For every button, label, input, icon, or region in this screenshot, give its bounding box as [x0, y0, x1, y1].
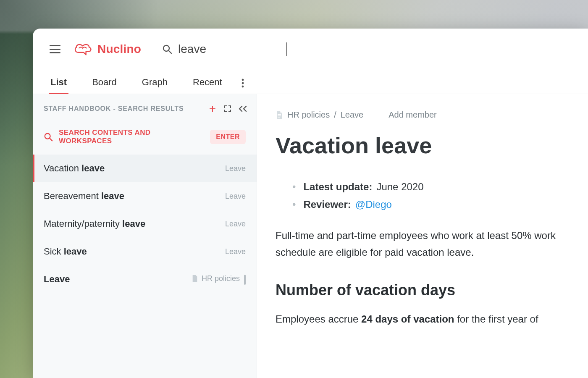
svg-point-4: [242, 86, 244, 88]
document-pane: HR policies / Leave Add member Vacation …: [257, 94, 588, 378]
search-icon: [44, 132, 53, 142]
search-result-title: Leave: [44, 274, 70, 285]
enter-badge: ENTER: [210, 130, 246, 144]
meta-update-val: June 2020: [376, 181, 423, 193]
search: [162, 42, 287, 56]
svg-line-1: [169, 51, 172, 54]
more-icon[interactable]: [242, 79, 244, 88]
search-result-tag: Leave: [225, 164, 246, 173]
search-icon[interactable]: [162, 44, 172, 54]
search-everywhere-label: SEARCH CONTENTS AND WORKSPACES: [59, 129, 204, 145]
add-member-button[interactable]: Add member: [388, 110, 437, 120]
search-result[interactable]: Vacation leaveLeave: [33, 155, 257, 182]
menu-icon[interactable]: [50, 45, 60, 53]
doc-heading-2: Number of vacation days: [276, 281, 588, 299]
search-result-title: Sick leave: [44, 246, 87, 257]
tab-recent[interactable]: Recent: [192, 77, 223, 94]
search-input[interactable]: [178, 42, 287, 56]
tab-list[interactable]: List: [50, 77, 68, 94]
meta-update-key: Latest update:: [303, 181, 372, 193]
svg-point-3: [242, 82, 244, 84]
sidebar: STAFF HANDBOOK - SEARCH RESULTS + SEARCH…: [33, 94, 257, 378]
search-result[interactable]: Bereavement leaveLeave: [33, 182, 257, 210]
doc-paragraph-2: Employees accrue 24 days of vacation for…: [276, 311, 588, 328]
search-result-title: Vacation leave: [44, 163, 105, 174]
app-window: Nuclino List Board Graph Recent STA: [33, 29, 588, 378]
search-result-tag: HR policies: [192, 274, 246, 285]
brand[interactable]: Nuclino: [73, 42, 141, 57]
breadcrumb[interactable]: HR policies / Leave: [276, 110, 363, 120]
search-everywhere[interactable]: SEARCH CONTENTS AND WORKSPACES ENTER: [38, 123, 252, 151]
svg-point-2: [242, 79, 244, 81]
sidebar-title: STAFF HANDBOOK - SEARCH RESULTS: [44, 105, 202, 113]
page-title: Vacation leave: [276, 132, 588, 158]
search-result-tag: Leave: [225, 192, 246, 201]
topbar: Nuclino: [33, 29, 588, 70]
view-tabs: List Board Graph Recent: [33, 70, 588, 94]
doc-paragraph-1: Full-time and part-time employees who wo…: [276, 227, 588, 260]
collapse-icon[interactable]: [238, 104, 247, 113]
brand-logo-icon: [73, 42, 92, 57]
tab-board[interactable]: Board: [91, 77, 118, 94]
search-result[interactable]: Maternity/paternity leaveLeave: [33, 210, 257, 238]
search-result[interactable]: Sick leaveLeave: [33, 238, 257, 265]
breadcrumb-1: Leave: [341, 110, 364, 120]
search-result-tag: Leave: [225, 247, 246, 256]
search-results: Vacation leaveLeaveBereavement leaveLeav…: [33, 155, 257, 293]
add-icon[interactable]: +: [208, 104, 217, 113]
reviewer-mention[interactable]: @Diego: [355, 199, 392, 210]
svg-line-6: [50, 138, 52, 141]
search-result-title: Bereavement leave: [44, 191, 124, 202]
tab-graph[interactable]: Graph: [141, 77, 168, 94]
sidebar-header: STAFF HANDBOOK - SEARCH RESULTS +: [33, 94, 257, 118]
svg-rect-9: [278, 117, 280, 118]
search-result[interactable]: LeaveHR policies: [33, 265, 257, 293]
doc-icon: [276, 111, 283, 119]
meta-reviewer-key: Reviewer:: [303, 199, 351, 210]
expand-icon[interactable]: [223, 104, 232, 113]
doc-meta: Latest update: June 2020 Reviewer: @Dieg…: [292, 181, 588, 210]
brand-name: Nuclino: [97, 42, 141, 56]
svg-rect-8: [278, 116, 281, 116]
svg-rect-7: [278, 114, 281, 115]
search-result-tag: Leave: [225, 220, 246, 228]
main: STAFF HANDBOOK - SEARCH RESULTS + SEARCH…: [33, 94, 588, 378]
search-result-title: Maternity/paternity leave: [44, 218, 145, 229]
breadcrumb-0: HR policies: [287, 110, 330, 120]
